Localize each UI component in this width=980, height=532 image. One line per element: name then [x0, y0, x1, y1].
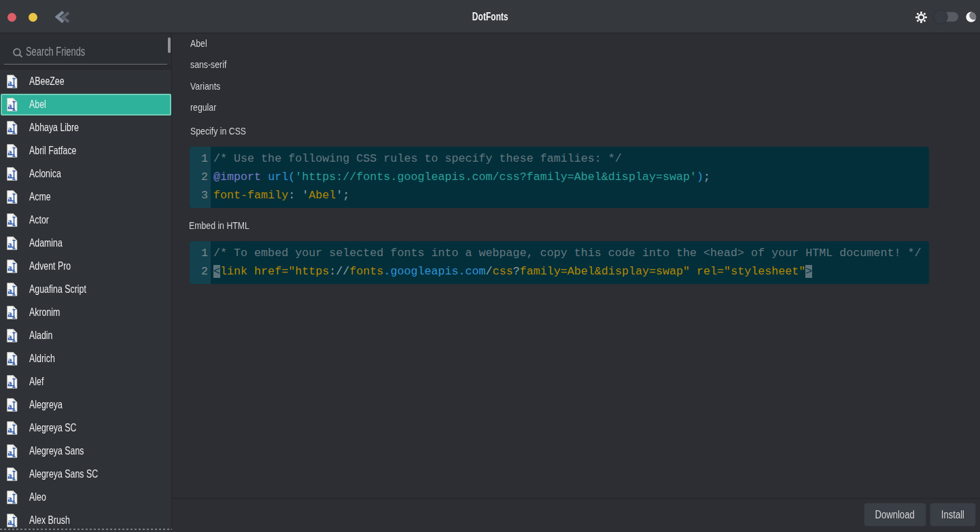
svg-text:a: a [7, 78, 12, 88]
